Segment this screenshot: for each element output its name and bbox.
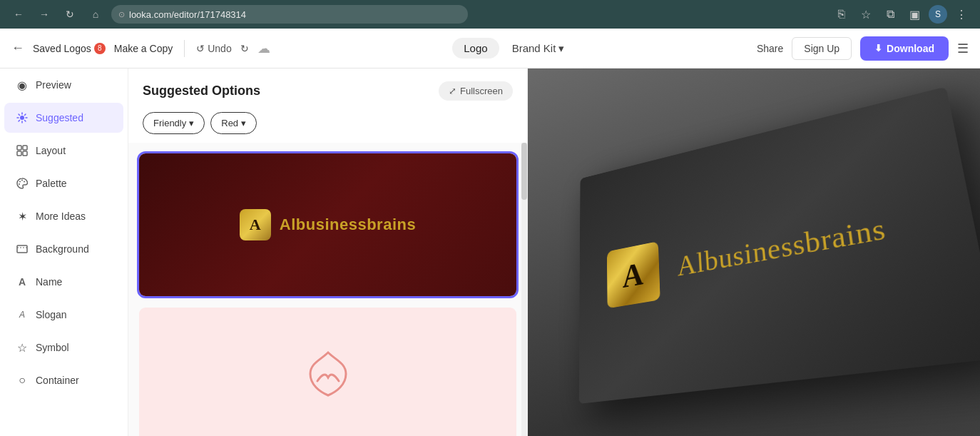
sidebar-item-symbol[interactable]: ☆ Symbol [4, 333, 123, 363]
logo-card-light-bg [139, 308, 516, 436]
browser-back-btn[interactable]: ← [9, 4, 29, 24]
panel-scroll[interactable]: A Albusinessbrains [128, 143, 527, 436]
name-icon: A [16, 275, 29, 288]
preview-image: A Albusinessbrains [528, 69, 980, 436]
cast-icon-btn[interactable]: ⎘ [832, 4, 852, 24]
svg-rect-4 [23, 151, 27, 156]
sidebar-item-preview[interactable]: ◉ Preview [4, 70, 123, 100]
sidebar-item-name[interactable]: A Name [4, 267, 123, 297]
browser-icons-right: ⎘ ☆ ⧉ ▣ S ⋮ [832, 4, 971, 24]
browser-home-btn[interactable]: ⌂ [86, 4, 106, 24]
sidebar-item-palette[interactable]: Palette [4, 168, 123, 198]
undo-arrow-icon: ↺ [196, 43, 205, 54]
svg-rect-2 [23, 146, 27, 150]
filter1-chevron-icon: ▾ [189, 118, 194, 128]
logo-card-dark-bg: A Albusinessbrains [139, 153, 516, 296]
svg-rect-9 [17, 245, 27, 253]
business-card-mockup: A Albusinessbrains [579, 86, 980, 404]
sidebar-item-background[interactable]: Background [4, 234, 123, 264]
filter-friendly-button[interactable]: Friendly ▾ [143, 112, 205, 134]
address-bar[interactable]: ⊙ looka.com/editor/171748314 [111, 5, 468, 24]
preview-icon: ◉ [16, 78, 29, 91]
saved-logos-button[interactable]: Saved Logos 8 [33, 43, 106, 54]
filter-row: Friendly ▾ Red ▾ [128, 109, 527, 143]
tab-brand-kit-button[interactable]: Brand Kit ▾ [502, 38, 575, 59]
preview-panel: A Albusinessbrains [528, 69, 980, 436]
panel-header: Suggested Options ⤢ Fullscreen [128, 69, 527, 109]
palette-icon [16, 177, 29, 190]
filter-red-button[interactable]: Red ▾ [210, 112, 257, 134]
filter2-chevron-icon: ▾ [241, 118, 246, 128]
logo-brand-name-1: Albusinessbrains [280, 216, 416, 234]
sidebar-item-more-ideas[interactable]: ✶ More Ideas [4, 201, 123, 231]
browser-refresh-btn[interactable]: ↻ [60, 4, 80, 24]
browser-bar: ← → ↻ ⌂ ⊙ looka.com/editor/171748314 ⎘ ☆… [0, 0, 980, 29]
toolbar-center: Logo Brand Kit ▾ [279, 38, 748, 59]
svg-rect-1 [17, 146, 21, 150]
download-button[interactable]: ⬇ Download [860, 36, 949, 61]
panel-scrollbar-track[interactable] [521, 143, 527, 436]
download-icon: ⬇ [874, 43, 882, 54]
container-icon: ○ [16, 374, 29, 387]
menu-icon-btn[interactable]: ⋮ [951, 4, 971, 24]
card-logo-text: Albusinessbrains [677, 211, 888, 282]
user-avatar: S [929, 5, 947, 24]
notification-badge: 8 [94, 43, 106, 54]
svg-point-7 [24, 181, 25, 183]
sidebar-item-slogan[interactable]: A Slogan [4, 300, 123, 330]
brand-chevron-icon: ▾ [558, 42, 564, 55]
sidebar-item-layout[interactable]: Layout [4, 136, 123, 166]
cloud-save-button[interactable]: ☁ [257, 41, 270, 56]
browser-forward-btn[interactable]: → [34, 4, 54, 24]
svg-point-5 [19, 181, 21, 183]
toolbar-separator [184, 40, 185, 57]
pink-symbol-design [300, 345, 357, 412]
logo-card-1[interactable]: A Albusinessbrains [137, 151, 519, 298]
layout-icon [16, 144, 29, 157]
tab-logo-button[interactable]: Logo [452, 38, 499, 59]
undo-button[interactable]: ↺ Undo [196, 43, 231, 54]
svg-rect-3 [17, 151, 21, 156]
suggested-icon [16, 111, 29, 124]
fullscreen-button[interactable]: ⤢ Fullscreen [439, 81, 513, 101]
more-ideas-icon: ✶ [16, 210, 29, 223]
panel-scrollbar-thumb[interactable] [521, 143, 527, 200]
make-copy-button[interactable]: Make a Copy [114, 43, 173, 54]
logo-card-2[interactable] [137, 305, 519, 436]
bookmark-icon-btn[interactable]: ☆ [856, 4, 876, 24]
logo-icon-1: A [240, 209, 271, 240]
sidebar: ◉ Preview Suggested Layout [0, 69, 128, 436]
redo-button[interactable]: ↻ [240, 43, 249, 54]
hamburger-menu-button[interactable]: ☰ [957, 41, 969, 56]
logo-display-1: A Albusinessbrains [240, 209, 416, 240]
toolbar-right: Share Sign Up ⬇ Download ☰ [757, 36, 969, 61]
extension-icon-btn[interactable]: ⧉ [880, 4, 900, 24]
sidebar-toggle-btn[interactable]: ▣ [904, 4, 924, 24]
svg-point-8 [19, 183, 20, 185]
redo-arrow-icon: ↻ [240, 43, 249, 54]
nav-back-button[interactable]: ← [11, 41, 24, 56]
panel-title: Suggested Options [143, 83, 260, 98]
background-icon [16, 243, 29, 255]
svg-point-0 [20, 116, 24, 120]
sidebar-item-suggested[interactable]: Suggested [4, 103, 123, 133]
card-logo-icon: A [607, 241, 660, 308]
signup-button[interactable]: Sign Up [792, 37, 852, 60]
app-toolbar: ← Saved Logos 8 Make a Copy ↺ Undo ↻ ☁ L… [0, 29, 980, 69]
slogan-icon: A [16, 308, 29, 321]
share-button[interactable]: Share [757, 43, 783, 54]
main-content: ◉ Preview Suggested Layout [0, 69, 980, 436]
center-panel: Suggested Options ⤢ Fullscreen Friendly … [128, 69, 528, 436]
fullscreen-icon: ⤢ [449, 86, 456, 96]
svg-point-6 [21, 180, 23, 181]
sidebar-item-container[interactable]: ○ Container [4, 365, 123, 395]
symbol-icon: ☆ [16, 341, 29, 354]
